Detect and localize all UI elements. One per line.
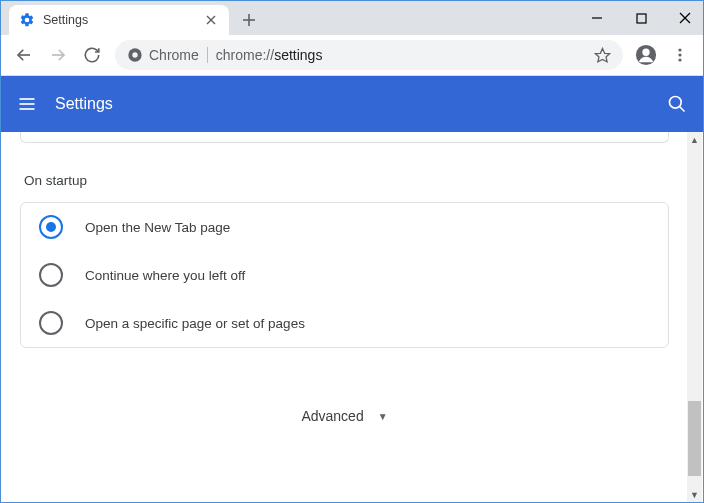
browser-tab[interactable]: Settings xyxy=(9,5,229,35)
settings-header: Settings xyxy=(1,76,703,132)
back-button[interactable] xyxy=(7,38,41,72)
scroll-up-button[interactable]: ▲ xyxy=(687,132,702,147)
window-controls xyxy=(585,1,697,35)
radio-label: Open a specific page or set of pages xyxy=(85,316,305,331)
radio-label: Open the New Tab page xyxy=(85,220,230,235)
reload-button[interactable] xyxy=(75,38,109,72)
close-icon[interactable] xyxy=(203,12,219,28)
search-button[interactable] xyxy=(667,94,687,114)
radio-icon xyxy=(39,263,63,287)
radio-label: Continue where you left off xyxy=(85,268,245,283)
menu-button[interactable] xyxy=(663,38,697,72)
radio-icon xyxy=(39,311,63,335)
svg-rect-5 xyxy=(637,14,646,23)
chrome-icon xyxy=(127,47,143,63)
maximize-button[interactable] xyxy=(629,6,653,30)
svg-point-16 xyxy=(678,53,681,56)
svg-point-15 xyxy=(678,48,681,51)
header-title: Settings xyxy=(55,95,113,113)
section-title: On startup xyxy=(24,173,687,188)
chevron-down-icon: ▼ xyxy=(378,411,388,422)
omnibox-divider xyxy=(207,47,208,63)
minimize-button[interactable] xyxy=(585,6,609,30)
scroll-down-button[interactable]: ▼ xyxy=(687,487,702,502)
vertical-scrollbar[interactable]: ▲ ▼ xyxy=(687,132,702,502)
svg-line-22 xyxy=(680,107,685,112)
settings-content: On startup Open the New Tab page Continu… xyxy=(2,132,687,502)
startup-option-specific-pages[interactable]: Open a specific page or set of pages xyxy=(21,299,668,347)
tab-title: Settings xyxy=(43,13,203,27)
window-titlebar: Settings xyxy=(1,1,703,35)
radio-icon xyxy=(39,215,63,239)
startup-option-new-tab[interactable]: Open the New Tab page xyxy=(21,203,668,251)
bookmark-button[interactable] xyxy=(594,47,611,64)
svg-marker-12 xyxy=(595,48,609,61)
window-close-button[interactable] xyxy=(673,6,697,30)
origin-label: Chrome xyxy=(149,47,199,63)
browser-toolbar: Chrome chrome://settings xyxy=(1,35,703,76)
svg-point-17 xyxy=(678,58,681,61)
scroll-thumb[interactable] xyxy=(688,401,701,476)
startup-options-card: Open the New Tab page Continue where you… xyxy=(20,202,669,348)
svg-point-14 xyxy=(642,49,649,56)
url-text: chrome://settings xyxy=(216,47,323,63)
hamburger-menu-button[interactable] xyxy=(17,94,37,114)
gear-icon xyxy=(19,12,35,28)
advanced-toggle[interactable]: Advanced ▼ xyxy=(2,408,687,424)
site-info-button[interactable]: Chrome xyxy=(127,47,199,63)
address-bar[interactable]: Chrome chrome://settings xyxy=(115,40,623,70)
svg-point-21 xyxy=(670,97,682,109)
startup-option-continue[interactable]: Continue where you left off xyxy=(21,251,668,299)
previous-section-card xyxy=(20,132,669,143)
forward-button[interactable] xyxy=(41,38,75,72)
advanced-label: Advanced xyxy=(301,408,363,424)
new-tab-button[interactable] xyxy=(235,6,263,34)
profile-button[interactable] xyxy=(629,38,663,72)
svg-point-11 xyxy=(132,52,137,57)
